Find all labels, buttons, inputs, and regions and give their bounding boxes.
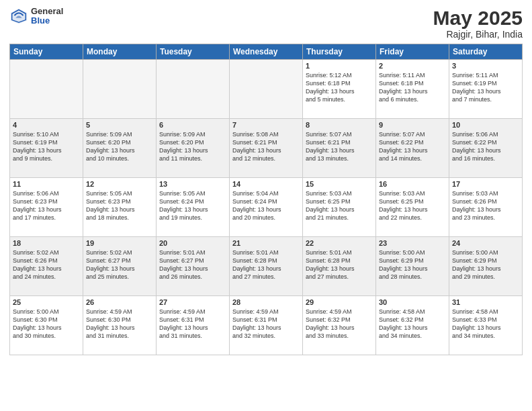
logo-icon bbox=[9, 7, 28, 26]
month-title: May 2025 bbox=[433, 7, 523, 29]
title-block: May 2025 Rajgir, Bihar, India bbox=[433, 7, 523, 40]
cell-info: Sunrise: 5:05 AM Sunset: 6:24 PM Dayligh… bbox=[159, 189, 226, 222]
cell-info: Sunrise: 5:09 AM Sunset: 6:20 PM Dayligh… bbox=[159, 130, 226, 163]
logo-text: General Blue bbox=[31, 7, 63, 26]
calendar-cell: 30Sunrise: 4:58 AM Sunset: 6:32 PM Dayli… bbox=[376, 296, 449, 355]
calendar-cell: 4Sunrise: 5:10 AM Sunset: 6:19 PM Daylig… bbox=[10, 119, 83, 178]
calendar-cell: 15Sunrise: 5:03 AM Sunset: 6:25 PM Dayli… bbox=[303, 178, 376, 237]
calendar-week-row: 18Sunrise: 5:02 AM Sunset: 6:26 PM Dayli… bbox=[10, 237, 523, 296]
day-number: 5 bbox=[86, 121, 153, 129]
day-number: 19 bbox=[86, 239, 153, 247]
calendar-cell: 27Sunrise: 4:59 AM Sunset: 6:31 PM Dayli… bbox=[157, 296, 230, 355]
calendar-cell: 29Sunrise: 4:59 AM Sunset: 6:32 PM Dayli… bbox=[303, 296, 376, 355]
calendar-cell: 1Sunrise: 5:12 AM Sunset: 6:18 PM Daylig… bbox=[303, 60, 376, 119]
calendar-cell: 6Sunrise: 5:09 AM Sunset: 6:20 PM Daylig… bbox=[157, 119, 230, 178]
day-number: 10 bbox=[452, 121, 519, 129]
day-number: 1 bbox=[306, 62, 373, 70]
day-number: 20 bbox=[159, 239, 226, 247]
calendar-header-row: SundayMondayTuesdayWednesdayThursdayFrid… bbox=[10, 44, 523, 60]
cell-info: Sunrise: 5:07 AM Sunset: 6:22 PM Dayligh… bbox=[379, 130, 446, 163]
calendar-cell: 23Sunrise: 5:00 AM Sunset: 6:29 PM Dayli… bbox=[376, 237, 449, 296]
day-number: 30 bbox=[379, 298, 446, 306]
calendar-cell bbox=[83, 60, 157, 119]
cell-info: Sunrise: 5:02 AM Sunset: 6:27 PM Dayligh… bbox=[86, 248, 153, 281]
day-number: 18 bbox=[13, 239, 80, 247]
calendar-day-header: Friday bbox=[376, 44, 449, 60]
calendar-cell: 21Sunrise: 5:01 AM Sunset: 6:28 PM Dayli… bbox=[230, 237, 303, 296]
cell-info: Sunrise: 5:11 AM Sunset: 6:19 PM Dayligh… bbox=[452, 71, 519, 104]
cell-info: Sunrise: 5:03 AM Sunset: 6:25 PM Dayligh… bbox=[379, 189, 446, 222]
calendar-cell: 26Sunrise: 4:59 AM Sunset: 6:30 PM Dayli… bbox=[83, 296, 157, 355]
cell-info: Sunrise: 5:01 AM Sunset: 6:28 PM Dayligh… bbox=[232, 248, 300, 281]
calendar-week-row: 11Sunrise: 5:06 AM Sunset: 6:23 PM Dayli… bbox=[10, 178, 523, 237]
calendar-cell: 25Sunrise: 5:00 AM Sunset: 6:30 PM Dayli… bbox=[10, 296, 83, 355]
cell-info: Sunrise: 5:04 AM Sunset: 6:24 PM Dayligh… bbox=[232, 189, 300, 222]
cell-info: Sunrise: 5:03 AM Sunset: 6:25 PM Dayligh… bbox=[306, 189, 373, 222]
calendar-day-header: Thursday bbox=[303, 44, 376, 60]
cell-info: Sunrise: 5:10 AM Sunset: 6:19 PM Dayligh… bbox=[13, 130, 80, 163]
cell-info: Sunrise: 5:01 AM Sunset: 6:28 PM Dayligh… bbox=[306, 248, 373, 281]
day-number: 13 bbox=[159, 180, 226, 188]
cell-info: Sunrise: 4:59 AM Sunset: 6:31 PM Dayligh… bbox=[159, 308, 226, 340]
calendar-cell: 9Sunrise: 5:07 AM Sunset: 6:22 PM Daylig… bbox=[376, 119, 449, 178]
calendar-table: SundayMondayTuesdayWednesdayThursdayFrid… bbox=[9, 44, 523, 355]
cell-info: Sunrise: 5:00 AM Sunset: 6:29 PM Dayligh… bbox=[452, 248, 519, 281]
calendar-day-header: Monday bbox=[83, 44, 157, 60]
day-number: 21 bbox=[232, 239, 300, 247]
cell-info: Sunrise: 5:11 AM Sunset: 6:18 PM Dayligh… bbox=[379, 71, 446, 104]
location: Rajgir, Bihar, India bbox=[433, 29, 523, 40]
calendar-cell: 7Sunrise: 5:08 AM Sunset: 6:21 PM Daylig… bbox=[230, 119, 303, 178]
cell-info: Sunrise: 5:05 AM Sunset: 6:23 PM Dayligh… bbox=[86, 189, 153, 222]
day-number: 16 bbox=[379, 180, 446, 188]
calendar-cell: 22Sunrise: 5:01 AM Sunset: 6:28 PM Dayli… bbox=[303, 237, 376, 296]
cell-info: Sunrise: 5:02 AM Sunset: 6:26 PM Dayligh… bbox=[13, 248, 80, 281]
calendar-cell: 17Sunrise: 5:03 AM Sunset: 6:26 PM Dayli… bbox=[449, 178, 523, 237]
calendar-cell: 13Sunrise: 5:05 AM Sunset: 6:24 PM Dayli… bbox=[157, 178, 230, 237]
day-number: 31 bbox=[452, 298, 519, 306]
calendar-cell: 3Sunrise: 5:11 AM Sunset: 6:19 PM Daylig… bbox=[449, 60, 523, 119]
page: General Blue May 2025 Rajgir, Bihar, Ind… bbox=[0, 0, 532, 411]
calendar-day-header: Saturday bbox=[449, 44, 523, 60]
calendar-cell: 18Sunrise: 5:02 AM Sunset: 6:26 PM Dayli… bbox=[10, 237, 83, 296]
cell-info: Sunrise: 5:06 AM Sunset: 6:23 PM Dayligh… bbox=[13, 189, 80, 222]
cell-info: Sunrise: 5:01 AM Sunset: 6:27 PM Dayligh… bbox=[159, 248, 226, 281]
cell-info: Sunrise: 4:59 AM Sunset: 6:32 PM Dayligh… bbox=[306, 308, 373, 340]
day-number: 12 bbox=[86, 180, 153, 188]
day-number: 8 bbox=[306, 121, 373, 129]
calendar-cell: 5Sunrise: 5:09 AM Sunset: 6:20 PM Daylig… bbox=[83, 119, 157, 178]
cell-info: Sunrise: 4:59 AM Sunset: 6:30 PM Dayligh… bbox=[86, 308, 153, 340]
calendar-week-row: 1Sunrise: 5:12 AM Sunset: 6:18 PM Daylig… bbox=[10, 60, 523, 119]
calendar-cell: 2Sunrise: 5:11 AM Sunset: 6:18 PM Daylig… bbox=[376, 60, 449, 119]
calendar-day-header: Wednesday bbox=[230, 44, 303, 60]
day-number: 24 bbox=[452, 239, 519, 247]
day-number: 23 bbox=[379, 239, 446, 247]
day-number: 26 bbox=[86, 298, 153, 306]
cell-info: Sunrise: 5:12 AM Sunset: 6:18 PM Dayligh… bbox=[306, 71, 373, 104]
calendar-cell bbox=[157, 60, 230, 119]
day-number: 2 bbox=[379, 62, 446, 70]
day-number: 6 bbox=[159, 121, 226, 129]
cell-info: Sunrise: 4:58 AM Sunset: 6:33 PM Dayligh… bbox=[452, 308, 519, 340]
day-number: 27 bbox=[159, 298, 226, 306]
day-number: 7 bbox=[232, 121, 300, 129]
calendar-cell: 10Sunrise: 5:06 AM Sunset: 6:22 PM Dayli… bbox=[449, 119, 523, 178]
calendar-cell: 31Sunrise: 4:58 AM Sunset: 6:33 PM Dayli… bbox=[449, 296, 523, 355]
cell-info: Sunrise: 5:03 AM Sunset: 6:26 PM Dayligh… bbox=[452, 189, 519, 222]
calendar-cell: 20Sunrise: 5:01 AM Sunset: 6:27 PM Dayli… bbox=[157, 237, 230, 296]
calendar-cell: 24Sunrise: 5:00 AM Sunset: 6:29 PM Dayli… bbox=[449, 237, 523, 296]
calendar-cell: 16Sunrise: 5:03 AM Sunset: 6:25 PM Dayli… bbox=[376, 178, 449, 237]
calendar-cell: 8Sunrise: 5:07 AM Sunset: 6:21 PM Daylig… bbox=[303, 119, 376, 178]
calendar-cell: 14Sunrise: 5:04 AM Sunset: 6:24 PM Dayli… bbox=[230, 178, 303, 237]
day-number: 22 bbox=[306, 239, 373, 247]
day-number: 17 bbox=[452, 180, 519, 188]
day-number: 28 bbox=[232, 298, 300, 306]
calendar-cell: 19Sunrise: 5:02 AM Sunset: 6:27 PM Dayli… bbox=[83, 237, 157, 296]
cell-info: Sunrise: 5:08 AM Sunset: 6:21 PM Dayligh… bbox=[232, 130, 300, 163]
calendar-day-header: Sunday bbox=[10, 44, 83, 60]
calendar-cell: 11Sunrise: 5:06 AM Sunset: 6:23 PM Dayli… bbox=[10, 178, 83, 237]
cell-info: Sunrise: 5:09 AM Sunset: 6:20 PM Dayligh… bbox=[86, 130, 153, 163]
calendar-day-header: Tuesday bbox=[157, 44, 230, 60]
calendar-cell: 28Sunrise: 4:59 AM Sunset: 6:31 PM Dayli… bbox=[230, 296, 303, 355]
calendar-cell: 12Sunrise: 5:05 AM Sunset: 6:23 PM Dayli… bbox=[83, 178, 157, 237]
logo-blue: Blue bbox=[31, 16, 63, 26]
